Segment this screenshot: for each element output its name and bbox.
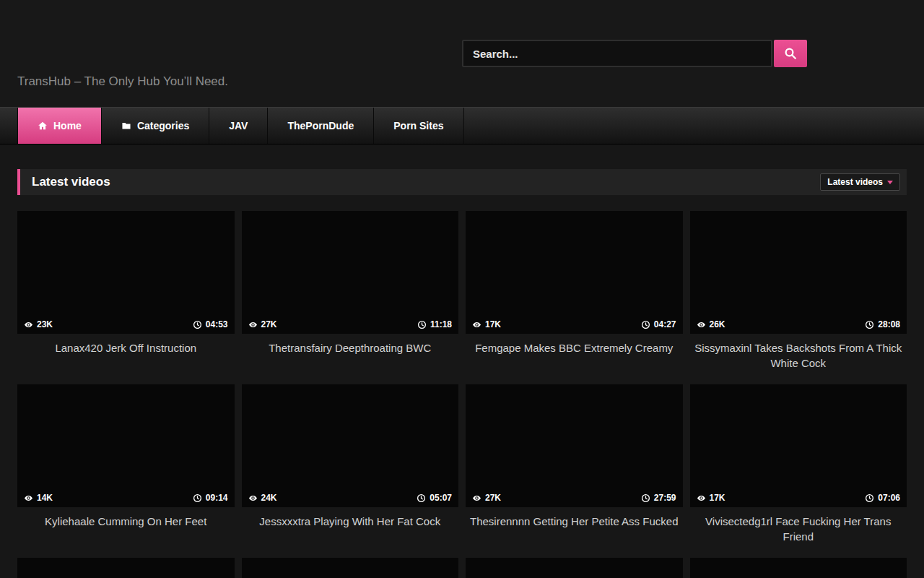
eye-icon xyxy=(697,320,706,329)
nav-item-categories[interactable]: Categories xyxy=(102,108,209,144)
video-title[interactable]: Jessxxxtra Playing With Her Fat Cock xyxy=(242,514,459,529)
eye-icon xyxy=(24,320,33,329)
video-stats: 24K 05:07 xyxy=(242,488,459,507)
duration-badge: 11:18 xyxy=(417,319,452,329)
video-thumbnail[interactable] xyxy=(690,558,907,578)
view-count-value: 27K xyxy=(261,319,277,329)
video-card[interactable] xyxy=(17,558,235,578)
sort-dropdown-label: Latest videos xyxy=(827,177,883,187)
eye-icon xyxy=(472,320,481,329)
video-stats: 26K 28:08 xyxy=(690,315,907,334)
view-count: 17K xyxy=(697,493,725,503)
duration-value: 04:27 xyxy=(654,319,676,329)
main-nav: Home Categories JAV ThePornDude Porn Sit… xyxy=(0,107,924,144)
section-title: Latest videos xyxy=(32,175,110,189)
duration-badge: 27:59 xyxy=(641,493,676,503)
video-thumbnail[interactable]: 27K 27:59 xyxy=(466,384,683,507)
clock-icon xyxy=(193,320,202,329)
video-thumbnail[interactable]: 14K 09:14 xyxy=(17,384,235,507)
video-card[interactable]: 27K 27:59 Thesirennnn Getting Her Petite… xyxy=(466,384,683,558)
clock-icon xyxy=(641,320,650,329)
video-thumbnail[interactable] xyxy=(17,558,235,578)
eye-icon xyxy=(248,320,258,329)
home-icon xyxy=(38,121,48,131)
view-count: 23K xyxy=(24,319,53,329)
site-header: TransHub – The Only Hub You’ll Need. xyxy=(0,0,924,107)
video-card[interactable]: 26K 28:08 Sissymaxinl Takes Backshots Fr… xyxy=(690,211,907,384)
video-thumbnail[interactable]: 17K 04:27 xyxy=(466,211,683,334)
video-card[interactable] xyxy=(466,558,683,578)
search-bar xyxy=(462,40,807,67)
clock-icon xyxy=(865,493,874,503)
video-card[interactable]: 23K 04:53 Lanax420 Jerk Off Instruction xyxy=(17,211,235,384)
video-title[interactable]: Thesirennnn Getting Her Petite Ass Fucke… xyxy=(466,514,683,529)
eye-icon xyxy=(697,493,706,503)
video-card[interactable]: 17K 04:27 Femgape Makes BBC Extremely Cr… xyxy=(466,211,683,384)
site-tagline: TransHub – The Only Hub You’ll Need. xyxy=(17,74,228,89)
nav-item-label: Home xyxy=(53,120,82,131)
view-count: 26K xyxy=(697,319,725,329)
nav-item-jav[interactable]: JAV xyxy=(209,108,268,144)
eye-icon xyxy=(472,493,481,503)
video-title[interactable]: Femgape Makes BBC Extremely Creamy xyxy=(466,340,683,355)
video-title[interactable]: Lanax420 Jerk Off Instruction xyxy=(17,340,235,355)
view-count: 14K xyxy=(24,493,53,503)
view-count-value: 27K xyxy=(485,493,501,503)
view-count: 17K xyxy=(472,319,501,329)
view-count: 27K xyxy=(472,493,501,503)
view-count-value: 17K xyxy=(710,493,725,503)
nav-item-home[interactable]: Home xyxy=(17,108,102,144)
video-card[interactable] xyxy=(242,558,459,578)
duration-badge: 05:07 xyxy=(417,493,452,503)
video-title[interactable]: Vivisectedg1rl Face Fucking Her Trans Fr… xyxy=(690,514,907,544)
nav-item-theporndude[interactable]: ThePornDude xyxy=(268,108,374,144)
view-count-value: 14K xyxy=(37,493,53,503)
duration-value: 09:14 xyxy=(206,493,228,503)
duration-value: 27:59 xyxy=(654,493,676,503)
video-stats: 17K 07:06 xyxy=(690,488,907,507)
duration-badge: 28:08 xyxy=(865,319,900,329)
duration-value: 04:53 xyxy=(206,319,228,329)
video-stats: 14K 09:14 xyxy=(17,488,235,507)
video-card[interactable]: 14K 09:14 Kyliehaale Cumming On Her Feet xyxy=(17,384,235,558)
clock-icon xyxy=(865,320,874,329)
video-title[interactable]: Kyliehaale Cumming On Her Feet xyxy=(17,514,235,529)
view-count-value: 24K xyxy=(261,493,277,503)
chevron-down-icon xyxy=(887,181,893,184)
view-count: 24K xyxy=(248,493,277,503)
view-count-value: 26K xyxy=(710,319,725,329)
view-count-value: 23K xyxy=(37,319,53,329)
nav-item-label: JAV xyxy=(229,120,248,131)
clock-icon xyxy=(417,320,427,329)
clock-icon xyxy=(417,493,426,503)
view-count-value: 17K xyxy=(485,319,501,329)
search-icon xyxy=(784,47,797,60)
video-thumbnail[interactable] xyxy=(242,558,459,578)
search-button[interactable] xyxy=(774,40,807,67)
nav-item-porn-sites[interactable]: Porn Sites xyxy=(374,108,463,144)
section-header: Latest videos Latest videos xyxy=(17,169,907,195)
duration-badge: 07:06 xyxy=(865,493,900,503)
duration-badge: 09:14 xyxy=(193,493,228,503)
video-thumbnail[interactable]: 17K 07:06 xyxy=(690,384,907,507)
video-title[interactable]: Sissymaxinl Takes Backshots From A Thick… xyxy=(690,340,907,371)
video-thumbnail[interactable]: 27K 11:18 xyxy=(242,211,459,334)
video-card[interactable]: 17K 07:06 Vivisectedg1rl Face Fucking He… xyxy=(690,384,907,558)
video-thumbnail[interactable]: 23K 04:53 xyxy=(17,211,235,334)
video-card[interactable] xyxy=(690,558,907,578)
nav-item-label: Porn Sites xyxy=(393,120,443,131)
video-card[interactable]: 27K 11:18 Thetransfairy Deepthroating BW… xyxy=(242,211,459,384)
duration-value: 28:08 xyxy=(878,319,900,329)
section-accent-bar xyxy=(17,169,20,195)
video-thumbnail[interactable]: 26K 28:08 xyxy=(690,211,907,334)
video-card[interactable]: 24K 05:07 Jessxxxtra Playing With Her Fa… xyxy=(242,384,459,558)
sort-dropdown-button[interactable]: Latest videos xyxy=(820,173,900,191)
clock-icon xyxy=(641,493,650,503)
video-stats: 27K 11:18 xyxy=(242,315,459,334)
video-thumbnail[interactable] xyxy=(466,558,683,578)
video-title[interactable]: Thetransfairy Deepthroating BWC xyxy=(242,340,459,355)
nav-item-label: ThePornDude xyxy=(287,120,354,131)
video-thumbnail[interactable]: 24K 05:07 xyxy=(242,384,459,507)
eye-icon xyxy=(248,493,258,503)
search-input[interactable] xyxy=(462,40,772,67)
